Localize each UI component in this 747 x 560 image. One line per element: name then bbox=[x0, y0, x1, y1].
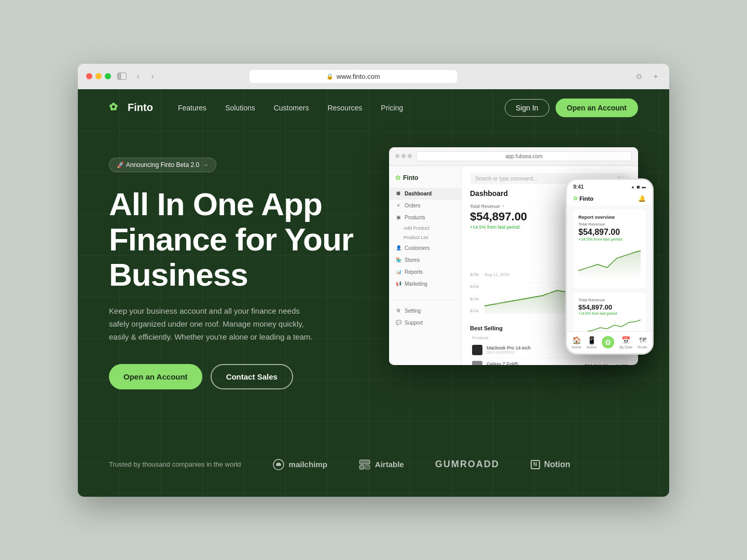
product-name-1: Macbook Pro 14-inch bbox=[487, 345, 573, 351]
badge-arrow: → bbox=[202, 161, 209, 169]
dash-nav-orders[interactable]: ≡ Orders bbox=[389, 200, 461, 212]
dash-nav-add-product[interactable]: Add Product bbox=[389, 223, 461, 233]
mobile-chart-svg bbox=[578, 246, 641, 277]
products-icon: ▣ bbox=[395, 215, 402, 220]
contact-sales-button[interactable]: Contact Sales bbox=[211, 364, 293, 389]
nav-features[interactable]: Features bbox=[178, 104, 206, 112]
nav-solutions[interactable]: Solutions bbox=[225, 104, 255, 112]
best-selling-title: Best Selling bbox=[470, 325, 503, 331]
mobile-mockup: 9:41 ▲ ◼ ▬ ✿ Finto 🔔 bbox=[565, 178, 654, 355]
mobile-content: Report overview Total Revenue $54,897.00… bbox=[567, 205, 652, 347]
maximize-button[interactable] bbox=[105, 73, 111, 79]
badge-text: 🚀 Announcing Finto Beta 2.0 bbox=[117, 161, 199, 169]
mobile-nav: 🏠 Home 📱 Active ✿ bbox=[567, 331, 652, 353]
notion-logo: N Notion bbox=[531, 460, 571, 469]
product-revenue-2: $22,210.00 bbox=[577, 363, 608, 365]
support-icon: 💬 bbox=[395, 320, 402, 325]
trusted-section: Trusted by thousand companies in the wor… bbox=[78, 448, 669, 497]
dash-dot-2 bbox=[402, 154, 406, 158]
reports-icon: 📊 bbox=[395, 269, 402, 274]
dash-logo-text: Finto bbox=[403, 174, 418, 181]
dash-nav-stores[interactable]: 🏪 Stores bbox=[389, 254, 461, 266]
hero-buttons: Open an Account Contact Sales bbox=[109, 364, 368, 389]
center-dot: ✿ bbox=[602, 336, 614, 348]
nav-customers[interactable]: Customers bbox=[274, 104, 309, 112]
mobile-logo: ✿ Finto bbox=[573, 195, 593, 202]
back-button[interactable]: ‹ bbox=[133, 71, 143, 81]
announcement-badge[interactable]: 🚀 Announcing Finto Beta 2.0 → bbox=[109, 158, 216, 172]
mobile-time: 9:41 bbox=[573, 184, 584, 190]
mobile-nav-bydate-label: By Date bbox=[619, 345, 632, 349]
active-icon: 📱 bbox=[587, 336, 596, 344]
route-icon: 🗺 bbox=[639, 336, 646, 344]
close-button[interactable] bbox=[86, 73, 92, 79]
dash-browser-bar: app.fubsea.com bbox=[389, 147, 638, 166]
hero-title-line1: All In One App bbox=[109, 186, 322, 222]
notion-text: Notion bbox=[544, 460, 571, 469]
product-thumb-1 bbox=[472, 345, 482, 355]
orders-icon: ≡ bbox=[395, 203, 402, 208]
nav-pricing[interactable]: Pricing bbox=[381, 104, 403, 112]
mailchimp-icon bbox=[272, 458, 285, 471]
dash-nav-dashboard[interactable]: ⊞ Dashboard bbox=[389, 188, 461, 200]
dash-nav-marketing-label: Marketing bbox=[405, 281, 427, 287]
svg-rect-5 bbox=[359, 460, 370, 464]
browser-nav: ‹ › bbox=[133, 71, 158, 81]
nav-resources[interactable]: Resources bbox=[327, 104, 362, 112]
dash-sidebar: ✿ Finto ⊞ Dashboard ≡ Orders bbox=[389, 166, 462, 365]
dash-title: Dashboard bbox=[470, 189, 508, 198]
dash-nav-marketing[interactable]: 📢 Marketing bbox=[389, 278, 461, 290]
dashboard-icon: ⊞ bbox=[395, 191, 402, 196]
bell-icon[interactable]: 🔔 bbox=[638, 195, 646, 202]
airtable-logo: Airtable bbox=[358, 459, 404, 470]
hero-title-line3: Business bbox=[109, 257, 248, 292]
browser-window: ‹ › 🔒 www.finto.com ⊙ + ✿ Finto Features… bbox=[78, 64, 669, 497]
mobile-second-amount: $54,897.00 bbox=[578, 303, 641, 311]
product-info-1: Macbook Pro 14-inch SKU: 000076523 bbox=[487, 345, 573, 354]
hero-left: 🚀 Announcing Finto Beta 2.0 → All In One… bbox=[109, 147, 368, 390]
calendar-icon: 📅 bbox=[621, 336, 630, 344]
dash-nav-customers[interactable]: 👤 Customers bbox=[389, 242, 461, 254]
customers-icon: 👤 bbox=[395, 245, 402, 250]
mobile-logo-icon: ✿ bbox=[573, 195, 577, 201]
mobile-nav-active[interactable]: 📱 Active bbox=[587, 336, 597, 349]
dash-nav-reports-label: Reports bbox=[405, 269, 423, 275]
sidebar-toggle[interactable] bbox=[117, 73, 127, 80]
logo[interactable]: ✿ Finto bbox=[109, 101, 153, 115]
hero-description: Keep your business account and all your … bbox=[109, 305, 316, 343]
open-account-nav-button[interactable]: Open an Account bbox=[556, 99, 638, 117]
window-controls bbox=[86, 73, 111, 79]
dash-nav-support[interactable]: 💬 Support bbox=[389, 317, 461, 329]
nav-actions: Sign In Open an Account bbox=[505, 99, 638, 117]
dash-nav-products[interactable]: ▣ Products bbox=[389, 212, 461, 223]
mobile-report-title: Report overview bbox=[578, 215, 641, 220]
chart-label-15k: $15k bbox=[470, 297, 479, 301]
mobile-nav-home[interactable]: 🏠 Home bbox=[572, 336, 582, 349]
minimize-button[interactable] bbox=[95, 73, 102, 79]
chart-label-25k: $25k bbox=[470, 272, 479, 277]
history-icon[interactable]: ⊙ bbox=[634, 71, 644, 81]
dash-nav-customers-label: Customers bbox=[405, 245, 430, 251]
forward-button[interactable]: › bbox=[147, 71, 158, 81]
dash-dot-3 bbox=[408, 154, 412, 158]
open-account-hero-button[interactable]: Open an Account bbox=[109, 364, 202, 389]
mobile-nav-bydate[interactable]: 📅 By Date bbox=[619, 336, 632, 349]
mobile-total-label: Total Revenue bbox=[578, 222, 641, 227]
mobile-nav-center[interactable]: ✿ bbox=[602, 336, 614, 349]
product-sales-2: 1,190 bbox=[612, 363, 628, 365]
dash-nav-product-list[interactable]: Product List bbox=[389, 233, 461, 242]
signin-button[interactable]: Sign In bbox=[505, 99, 549, 117]
dash-logo: ✿ Finto bbox=[389, 172, 461, 188]
dash-nav-setting[interactable]: ⚙ Setting bbox=[389, 305, 461, 317]
address-bar[interactable]: 🔒 www.finto.com bbox=[250, 70, 457, 83]
mobile-header: ✿ Finto 🔔 bbox=[567, 192, 652, 205]
home-icon: 🏠 bbox=[572, 336, 581, 344]
new-tab-icon[interactable]: + bbox=[651, 71, 661, 81]
hero-right: app.fubsea.com ✿ Finto ⊞ Dashboard bbox=[389, 147, 638, 386]
mobile-nav-route-label: Route bbox=[638, 345, 647, 349]
dash-nav-reports[interactable]: 📊 Reports bbox=[389, 266, 461, 278]
revenue-dropdown-icon[interactable]: ▾ bbox=[502, 204, 504, 208]
url-text: www.finto.com bbox=[337, 73, 380, 80]
mobile-nav-route[interactable]: 🗺 Route bbox=[638, 336, 647, 349]
mobile-second-change: +14.5% from last period bbox=[578, 312, 641, 315]
